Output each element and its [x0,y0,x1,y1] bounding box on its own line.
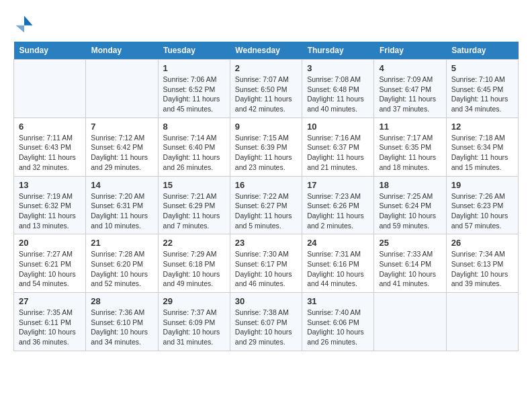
calendar-cell: 10Sunrise: 7:16 AM Sunset: 6:37 PM Dayli… [302,118,374,176]
cell-content: Sunrise: 7:12 AM Sunset: 6:42 PM Dayligh… [91,133,152,173]
logo-icon [13,13,35,35]
cell-content: Sunrise: 7:09 AM Sunset: 6:47 PM Dayligh… [379,75,441,114]
day-number: 7 [91,122,152,132]
day-number: 18 [379,180,441,190]
cell-content: Sunrise: 7:21 AM Sunset: 6:29 PM Dayligh… [163,191,225,231]
day-number: 19 [451,180,513,190]
cell-content: Sunrise: 7:22 AM Sunset: 6:27 PM Dayligh… [235,191,297,231]
day-number: 15 [163,180,225,190]
calendar-cell: 23Sunrise: 7:30 AM Sunset: 6:17 PM Dayli… [230,234,302,293]
page-header [13,13,519,35]
day-number: 28 [91,296,152,306]
calendar-cell: 28Sunrise: 7:36 AM Sunset: 6:10 PM Dayli… [86,293,158,351]
calendar-cell: 15Sunrise: 7:21 AM Sunset: 6:29 PM Dayli… [158,176,230,234]
calendar-cell: 19Sunrise: 7:26 AM Sunset: 6:23 PM Dayli… [446,176,518,234]
calendar-cell: 8Sunrise: 7:14 AM Sunset: 6:40 PM Daylig… [158,118,230,176]
calendar-cell: 27Sunrise: 7:35 AM Sunset: 6:11 PM Dayli… [14,293,86,351]
calendar-cell [446,293,518,351]
calendar-header-row: SundayMondayTuesdayWednesdayThursdayFrid… [14,42,519,60]
calendar-cell: 26Sunrise: 7:34 AM Sunset: 6:13 PM Dayli… [446,234,518,293]
day-number: 31 [307,296,369,306]
col-header-saturday: Saturday [446,42,518,60]
col-header-thursday: Thursday [302,42,374,60]
calendar-cell: 21Sunrise: 7:28 AM Sunset: 6:20 PM Dayli… [86,234,158,293]
calendar-cell: 25Sunrise: 7:33 AM Sunset: 6:14 PM Dayli… [374,234,446,293]
calendar-cell: 24Sunrise: 7:31 AM Sunset: 6:16 PM Dayli… [302,234,374,293]
cell-content: Sunrise: 7:26 AM Sunset: 6:23 PM Dayligh… [451,191,513,231]
day-number: 27 [19,296,81,306]
cell-content: Sunrise: 7:07 AM Sunset: 6:50 PM Dayligh… [235,75,297,114]
cell-content: Sunrise: 7:11 AM Sunset: 6:43 PM Dayligh… [19,133,81,173]
cell-content: Sunrise: 7:19 AM Sunset: 6:32 PM Dayligh… [19,191,81,231]
col-header-tuesday: Tuesday [158,42,230,60]
calendar-cell: 11Sunrise: 7:17 AM Sunset: 6:35 PM Dayli… [374,118,446,176]
cell-content: Sunrise: 7:40 AM Sunset: 6:06 PM Dayligh… [307,308,369,347]
day-number: 11 [379,122,441,132]
day-number: 2 [235,63,297,73]
calendar-cell [374,293,446,351]
calendar-cell: 2Sunrise: 7:07 AM Sunset: 6:50 PM Daylig… [230,60,302,118]
calendar-cell: 5Sunrise: 7:10 AM Sunset: 6:45 PM Daylig… [446,60,518,118]
cell-content: Sunrise: 7:28 AM Sunset: 6:20 PM Dayligh… [91,249,152,289]
col-header-friday: Friday [374,42,446,60]
cell-content: Sunrise: 7:34 AM Sunset: 6:13 PM Dayligh… [451,249,513,289]
col-header-monday: Monday [86,42,158,60]
day-number: 23 [235,238,297,248]
day-number: 10 [307,122,369,132]
calendar-table: SundayMondayTuesdayWednesdayThursdayFrid… [13,42,519,351]
cell-content: Sunrise: 7:15 AM Sunset: 6:39 PM Dayligh… [235,133,297,173]
calendar-week-row: 27Sunrise: 7:35 AM Sunset: 6:11 PM Dayli… [14,293,519,351]
day-number: 30 [235,296,297,306]
cell-content: Sunrise: 7:38 AM Sunset: 6:07 PM Dayligh… [235,308,297,347]
calendar-cell: 16Sunrise: 7:22 AM Sunset: 6:27 PM Dayli… [230,176,302,234]
day-number: 29 [163,296,225,306]
col-header-wednesday: Wednesday [230,42,302,60]
cell-content: Sunrise: 7:17 AM Sunset: 6:35 PM Dayligh… [379,133,441,173]
col-header-sunday: Sunday [14,42,86,60]
calendar-week-row: 1Sunrise: 7:06 AM Sunset: 6:52 PM Daylig… [14,60,519,118]
calendar-cell: 31Sunrise: 7:40 AM Sunset: 6:06 PM Dayli… [302,293,374,351]
cell-content: Sunrise: 7:36 AM Sunset: 6:10 PM Dayligh… [91,308,152,347]
calendar-cell: 30Sunrise: 7:38 AM Sunset: 6:07 PM Dayli… [230,293,302,351]
cell-content: Sunrise: 7:23 AM Sunset: 6:26 PM Dayligh… [307,191,369,231]
calendar-cell: 17Sunrise: 7:23 AM Sunset: 6:26 PM Dayli… [302,176,374,234]
cell-content: Sunrise: 7:27 AM Sunset: 6:21 PM Dayligh… [19,249,81,289]
calendar-cell: 22Sunrise: 7:29 AM Sunset: 6:18 PM Dayli… [158,234,230,293]
calendar-cell: 7Sunrise: 7:12 AM Sunset: 6:42 PM Daylig… [86,118,158,176]
calendar-cell: 1Sunrise: 7:06 AM Sunset: 6:52 PM Daylig… [158,60,230,118]
day-number: 25 [379,238,441,248]
cell-content: Sunrise: 7:30 AM Sunset: 6:17 PM Dayligh… [235,249,297,289]
cell-content: Sunrise: 7:37 AM Sunset: 6:09 PM Dayligh… [163,308,225,347]
calendar-cell: 3Sunrise: 7:08 AM Sunset: 6:48 PM Daylig… [302,60,374,118]
svg-marker-1 [16,26,24,33]
calendar-cell: 14Sunrise: 7:20 AM Sunset: 6:31 PM Dayli… [86,176,158,234]
cell-content: Sunrise: 7:06 AM Sunset: 6:52 PM Dayligh… [163,75,225,114]
cell-content: Sunrise: 7:14 AM Sunset: 6:40 PM Dayligh… [163,133,225,173]
cell-content: Sunrise: 7:29 AM Sunset: 6:18 PM Dayligh… [163,249,225,289]
day-number: 17 [307,180,369,190]
cell-content: Sunrise: 7:16 AM Sunset: 6:37 PM Dayligh… [307,133,369,173]
calendar-cell: 13Sunrise: 7:19 AM Sunset: 6:32 PM Dayli… [14,176,86,234]
day-number: 6 [19,122,81,132]
day-number: 16 [235,180,297,190]
svg-marker-0 [24,16,32,26]
day-number: 13 [19,180,81,190]
day-number: 20 [19,238,81,248]
calendar-cell: 6Sunrise: 7:11 AM Sunset: 6:43 PM Daylig… [14,118,86,176]
calendar-cell: 12Sunrise: 7:18 AM Sunset: 6:34 PM Dayli… [446,118,518,176]
cell-content: Sunrise: 7:31 AM Sunset: 6:16 PM Dayligh… [307,249,369,289]
day-number: 5 [451,63,513,73]
cell-content: Sunrise: 7:08 AM Sunset: 6:48 PM Dayligh… [307,75,369,114]
calendar-cell: 9Sunrise: 7:15 AM Sunset: 6:39 PM Daylig… [230,118,302,176]
day-number: 3 [307,63,369,73]
calendar-cell [86,60,158,118]
calendar-week-row: 13Sunrise: 7:19 AM Sunset: 6:32 PM Dayli… [14,176,519,234]
calendar-cell: 18Sunrise: 7:25 AM Sunset: 6:24 PM Dayli… [374,176,446,234]
calendar-cell: 20Sunrise: 7:27 AM Sunset: 6:21 PM Dayli… [14,234,86,293]
calendar-week-row: 20Sunrise: 7:27 AM Sunset: 6:21 PM Dayli… [14,234,519,293]
cell-content: Sunrise: 7:10 AM Sunset: 6:45 PM Dayligh… [451,75,513,114]
cell-content: Sunrise: 7:18 AM Sunset: 6:34 PM Dayligh… [451,133,513,173]
day-number: 4 [379,63,441,73]
calendar-cell [14,60,86,118]
day-number: 9 [235,122,297,132]
